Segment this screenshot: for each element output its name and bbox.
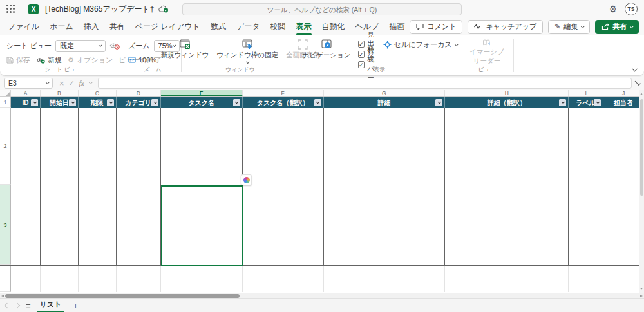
- cell-I4[interactable]: [569, 266, 603, 292]
- cell-F3[interactable]: [243, 185, 324, 265]
- cell-C4[interactable]: [79, 266, 117, 292]
- tab-automate[interactable]: 自動化: [317, 18, 350, 36]
- navigation-button[interactable]: ナビゲーション: [299, 39, 354, 66]
- scroll-down-icon[interactable]: [640, 288, 643, 290]
- cell-A2[interactable]: [11, 108, 41, 185]
- add-sheet-button[interactable]: +: [70, 302, 80, 310]
- tab-file[interactable]: ファイル: [3, 18, 44, 36]
- expand-formula-bar-chevron-icon[interactable]: [635, 80, 641, 86]
- horizontal-scroll-thumb[interactable]: [5, 294, 240, 298]
- tab-view[interactable]: 表示: [291, 18, 317, 36]
- focus-cell-button[interactable]: セルにフォーカス: [383, 40, 457, 50]
- cell-A3[interactable]: [11, 185, 41, 265]
- share-button[interactable]: 共有: [595, 20, 639, 34]
- table-header-category[interactable]: カテゴリ: [117, 97, 161, 108]
- insert-function-icon[interactable]: fx: [79, 79, 84, 87]
- cell-I3[interactable]: [569, 185, 603, 265]
- table-header-details-translated[interactable]: 詳細（翻訳）: [445, 97, 569, 108]
- all-sheets-menu-icon[interactable]: ≡: [26, 302, 31, 310]
- cell-F2[interactable]: [243, 108, 324, 185]
- sheet-tab-list[interactable]: リスト: [37, 298, 64, 312]
- immersive-reader-button[interactable]: イマーシブ リーダー: [466, 39, 507, 66]
- cell-H4[interactable]: [445, 266, 569, 292]
- copilot-icon[interactable]: [241, 174, 252, 185]
- enter-entry-icon[interactable]: ✓: [69, 79, 75, 87]
- table-header-due-date[interactable]: 期限: [79, 97, 117, 108]
- tab-share[interactable]: 共有: [104, 18, 130, 36]
- col-header-A[interactable]: A: [11, 90, 41, 96]
- collapse-ribbon-chevron-icon[interactable]: [632, 66, 637, 71]
- settings-gear-icon[interactable]: ⚙: [609, 5, 617, 14]
- table-header-start-date[interactable]: 開始日: [41, 97, 79, 108]
- cell-H3[interactable]: [445, 185, 569, 265]
- scroll-up-icon[interactable]: [640, 93, 643, 95]
- tab-home[interactable]: ホーム: [44, 18, 79, 36]
- filter-dropdown-icon[interactable]: [314, 99, 321, 106]
- col-header-B[interactable]: B: [41, 90, 79, 96]
- cell-F4[interactable]: [243, 266, 324, 292]
- cell-B2[interactable]: [41, 108, 79, 185]
- row-header-1[interactable]: 1: [0, 97, 11, 108]
- col-header-F[interactable]: F: [243, 90, 324, 96]
- search-box[interactable]: [182, 3, 462, 15]
- tab-page-layout[interactable]: ページ レイアウト: [130, 18, 205, 36]
- col-header-E-selected[interactable]: E: [161, 90, 243, 96]
- horizontal-scrollbar[interactable]: [0, 293, 644, 298]
- scroll-left-icon[interactable]: [1, 295, 4, 297]
- cell-I2[interactable]: [569, 108, 603, 185]
- vertical-scrollbar[interactable]: [639, 90, 644, 293]
- vertical-scroll-thumb[interactable]: [640, 99, 643, 196]
- cell-J4[interactable]: [603, 266, 644, 292]
- select-all-corner[interactable]: [0, 90, 11, 96]
- comments-button[interactable]: コメント: [410, 20, 462, 34]
- cancel-entry-icon[interactable]: ×: [59, 78, 64, 88]
- table-header-assignee[interactable]: 担当者: [603, 97, 644, 108]
- filter-dropdown-icon[interactable]: [594, 99, 601, 106]
- cell-D2[interactable]: [117, 108, 161, 185]
- formula-input[interactable]: [98, 78, 632, 89]
- cell-C3[interactable]: [79, 185, 117, 265]
- table-header-task-name-translated[interactable]: タスク名（翻訳）: [243, 97, 324, 108]
- freeze-panes-button[interactable]: ウィンドウ枠の固定: [213, 39, 281, 66]
- cell-A4[interactable]: [11, 266, 41, 292]
- filter-dropdown-icon[interactable]: [559, 99, 566, 106]
- col-header-D[interactable]: D: [117, 90, 161, 96]
- tab-data[interactable]: データ: [231, 18, 265, 36]
- editing-mode-button[interactable]: ✎ 編集: [548, 20, 590, 34]
- prev-sheet-chevron-icon[interactable]: [5, 303, 10, 308]
- table-header-label[interactable]: ラベル: [569, 97, 603, 108]
- cell-B3[interactable]: [41, 185, 79, 265]
- table-header-task-name[interactable]: タスク名: [161, 97, 243, 108]
- excel-logo-icon[interactable]: X: [28, 4, 39, 14]
- app-launcher-icon[interactable]: [6, 5, 15, 14]
- cell-H2[interactable]: [445, 108, 569, 185]
- col-header-J[interactable]: J: [603, 90, 644, 96]
- filter-dropdown-icon[interactable]: [233, 99, 240, 106]
- name-box[interactable]: E3: [4, 78, 53, 89]
- col-header-G[interactable]: G: [324, 90, 446, 96]
- filter-dropdown-icon[interactable]: [69, 99, 76, 106]
- table-header-details[interactable]: 詳細: [324, 97, 446, 108]
- search-input[interactable]: [183, 6, 461, 14]
- catch-up-button[interactable]: キャッチアップ: [468, 20, 543, 34]
- tab-insert[interactable]: 挿入: [79, 18, 104, 36]
- cell-E3-active[interactable]: [161, 185, 243, 265]
- col-header-C[interactable]: C: [79, 90, 117, 96]
- new-window-button[interactable]: 新規ウィンドウ: [157, 39, 212, 66]
- zoom-100-button[interactable]: 100%: [128, 56, 156, 64]
- row-header-2[interactable]: 2: [0, 108, 11, 185]
- row-header-4[interactable]: [0, 266, 11, 292]
- cloud-saved-icon[interactable]: [158, 5, 169, 13]
- new-view-button[interactable]: 新規: [36, 55, 62, 65]
- tab-review[interactable]: 校閲: [265, 18, 291, 36]
- filter-dropdown-icon[interactable]: [435, 99, 442, 106]
- col-header-H[interactable]: H: [445, 90, 569, 96]
- view-options-button[interactable]: ⚙ オプション: [68, 55, 113, 65]
- cell-G4[interactable]: [324, 266, 446, 292]
- cell-G3[interactable]: [324, 185, 446, 265]
- col-header-I[interactable]: I: [569, 90, 603, 96]
- cell-D4[interactable]: [117, 266, 161, 292]
- row-header-3-selected[interactable]: 3: [0, 185, 11, 265]
- cell-B4[interactable]: [41, 266, 79, 292]
- avatar[interactable]: TS: [625, 3, 638, 15]
